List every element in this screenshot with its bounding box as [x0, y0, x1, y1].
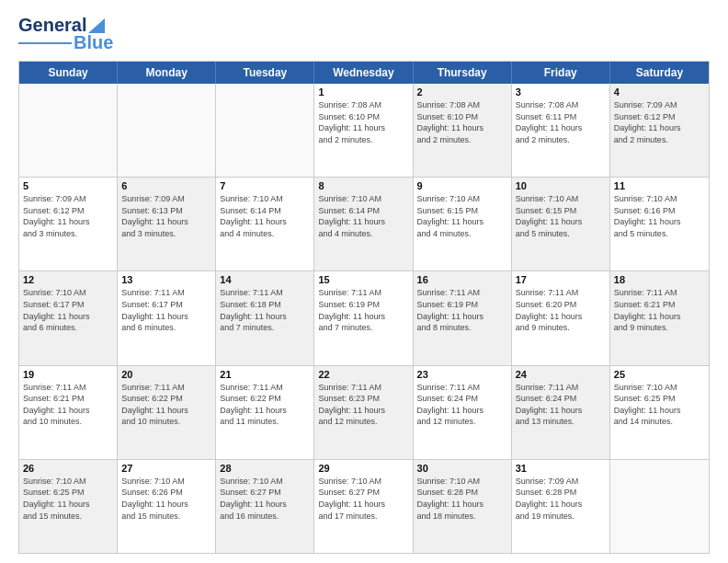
calendar-cell-day-22: 22Sunrise: 7:11 AMSunset: 6:23 PMDayligh… [314, 366, 413, 459]
header-day-wednesday: Wednesday [314, 62, 413, 84]
day-number: 15 [318, 274, 408, 285]
calendar-row-4: 19Sunrise: 7:11 AMSunset: 6:21 PMDayligh… [19, 365, 709, 459]
cell-info: Sunrise: 7:10 AMSunset: 6:14 PMDaylight:… [220, 193, 310, 239]
cell-info: Sunrise: 7:09 AMSunset: 6:12 PMDaylight:… [614, 99, 705, 145]
cell-info-line: Daylight: 11 hours [318, 311, 408, 323]
cell-info-line: Sunrise: 7:10 AM [23, 476, 113, 488]
cell-info-line: and 16 minutes. [220, 511, 310, 523]
cell-info-line: Daylight: 11 hours [318, 122, 408, 134]
calendar-cell-day-6: 6Sunrise: 7:09 AMSunset: 6:13 PMDaylight… [118, 178, 216, 270]
logo-blue: Blue [74, 32, 113, 53]
cell-info-line: Sunset: 6:26 PM [121, 487, 211, 499]
cell-info-line: Daylight: 11 hours [614, 216, 705, 228]
day-number: 7 [220, 180, 310, 191]
calendar-cell-day-11: 11Sunrise: 7:10 AMSunset: 6:16 PMDayligh… [610, 178, 709, 270]
logo: General Blue [18, 15, 113, 53]
cell-info-line: Daylight: 11 hours [516, 499, 606, 511]
day-number: 18 [614, 274, 705, 285]
header-day-monday: Monday [118, 62, 216, 84]
cell-info-line: Sunrise: 7:10 AM [516, 193, 606, 205]
cell-info-line: Sunset: 6:16 PM [614, 205, 705, 217]
cell-info-line: Sunset: 6:21 PM [614, 299, 705, 311]
cell-info-line: and 5 minutes. [614, 228, 705, 240]
calendar-cell-day-5: 5Sunrise: 7:09 AMSunset: 6:12 PMDaylight… [19, 178, 118, 270]
cell-info-line: Sunset: 6:11 PM [516, 111, 606, 123]
cell-info-line: Daylight: 11 hours [220, 405, 310, 417]
cell-info-line: Sunrise: 7:10 AM [318, 193, 408, 205]
calendar-cell-empty [216, 84, 314, 177]
cell-info-line: and 17 minutes. [318, 511, 408, 523]
day-number: 28 [220, 463, 310, 474]
cell-info-line: Daylight: 11 hours [614, 311, 705, 323]
cell-info-line: and 4 minutes. [417, 228, 507, 240]
cell-info-line: and 2 minutes. [318, 134, 408, 146]
calendar-cell-day-10: 10Sunrise: 7:10 AMSunset: 6:15 PMDayligh… [512, 178, 610, 270]
calendar-cell-day-25: 25Sunrise: 7:10 AMSunset: 6:25 PMDayligh… [610, 366, 709, 459]
cell-info-line: and 15 minutes. [23, 511, 113, 523]
cell-info: Sunrise: 7:11 AMSunset: 6:23 PMDaylight:… [318, 382, 408, 428]
cell-info-line: Sunrise: 7:10 AM [614, 382, 705, 394]
day-number: 2 [417, 86, 507, 98]
cell-info-line: Sunrise: 7:08 AM [417, 99, 507, 111]
cell-info-line: and 14 minutes. [614, 416, 705, 428]
header-day-friday: Friday [512, 62, 610, 84]
logo-triangle-icon [88, 15, 105, 33]
cell-info-line: Daylight: 11 hours [417, 311, 507, 323]
cell-info-line: and 18 minutes. [417, 511, 507, 523]
cell-info-line: Sunset: 6:10 PM [318, 111, 408, 123]
cell-info: Sunrise: 7:11 AMSunset: 6:20 PMDaylight:… [516, 287, 606, 333]
calendar-cell-day-27: 27Sunrise: 7:10 AMSunset: 6:26 PMDayligh… [118, 460, 216, 553]
cell-info-line: Daylight: 11 hours [417, 216, 507, 228]
day-number: 30 [417, 463, 507, 474]
cell-info-line: Sunset: 6:14 PM [318, 205, 408, 217]
calendar-cell-day-4: 4Sunrise: 7:09 AMSunset: 6:12 PMDaylight… [610, 84, 709, 177]
calendar-cell-day-18: 18Sunrise: 7:11 AMSunset: 6:21 PMDayligh… [610, 271, 709, 364]
cell-info-line: Sunset: 6:19 PM [417, 299, 507, 311]
cell-info-line: Sunrise: 7:11 AM [516, 287, 606, 299]
cell-info-line: Daylight: 11 hours [121, 499, 211, 511]
calendar-body: 1Sunrise: 7:08 AMSunset: 6:10 PMDaylight… [19, 84, 709, 553]
day-number: 6 [121, 180, 211, 191]
calendar-cell-day-7: 7Sunrise: 7:10 AMSunset: 6:14 PMDaylight… [216, 178, 314, 270]
day-number: 21 [220, 369, 310, 380]
cell-info-line: Daylight: 11 hours [23, 311, 113, 323]
cell-info-line: Daylight: 11 hours [417, 405, 507, 417]
cell-info-line: and 19 minutes. [516, 511, 606, 523]
cell-info-line: Sunrise: 7:09 AM [516, 476, 606, 488]
cell-info-line: Daylight: 11 hours [516, 122, 606, 134]
cell-info-line: Daylight: 11 hours [23, 216, 113, 228]
cell-info: Sunrise: 7:08 AMSunset: 6:10 PMDaylight:… [417, 99, 507, 145]
cell-info-line: Sunset: 6:17 PM [121, 299, 211, 311]
cell-info-line: Sunrise: 7:11 AM [220, 287, 310, 299]
day-number: 31 [516, 463, 606, 474]
cell-info-line: and 9 minutes. [516, 322, 606, 334]
calendar-cell-day-12: 12Sunrise: 7:10 AMSunset: 6:17 PMDayligh… [19, 271, 118, 364]
day-number: 9 [417, 180, 507, 191]
cell-info-line: Sunset: 6:10 PM [417, 111, 507, 123]
calendar-cell-day-26: 26Sunrise: 7:10 AMSunset: 6:25 PMDayligh… [19, 460, 118, 553]
calendar-cell-day-8: 8Sunrise: 7:10 AMSunset: 6:14 PMDaylight… [314, 178, 413, 270]
cell-info-line: Sunrise: 7:11 AM [417, 382, 507, 394]
cell-info: Sunrise: 7:10 AMSunset: 6:14 PMDaylight:… [318, 193, 408, 239]
calendar-cell-day-14: 14Sunrise: 7:11 AMSunset: 6:18 PMDayligh… [216, 271, 314, 364]
header-day-thursday: Thursday [414, 62, 512, 84]
cell-info-line: Sunset: 6:17 PM [23, 299, 113, 311]
cell-info-line: Daylight: 11 hours [417, 122, 507, 134]
cell-info-line: and 3 minutes. [121, 228, 211, 240]
cell-info-line: Sunset: 6:27 PM [318, 487, 408, 499]
cell-info-line: Sunrise: 7:11 AM [318, 382, 408, 394]
calendar-row-3: 12Sunrise: 7:10 AMSunset: 6:17 PMDayligh… [19, 270, 709, 364]
header-day-sunday: Sunday [19, 62, 118, 84]
cell-info-line: Daylight: 11 hours [121, 311, 211, 323]
calendar-cell-day-24: 24Sunrise: 7:11 AMSunset: 6:24 PMDayligh… [512, 366, 610, 459]
calendar-cell-day-21: 21Sunrise: 7:11 AMSunset: 6:22 PMDayligh… [216, 366, 314, 459]
cell-info-line: Sunset: 6:19 PM [318, 299, 408, 311]
cell-info-line: and 6 minutes. [23, 322, 113, 334]
cell-info: Sunrise: 7:11 AMSunset: 6:22 PMDaylight:… [220, 382, 310, 428]
cell-info-line: Sunrise: 7:08 AM [516, 99, 606, 111]
cell-info-line: and 5 minutes. [516, 228, 606, 240]
cell-info: Sunrise: 7:11 AMSunset: 6:21 PMDaylight:… [614, 287, 705, 333]
day-number: 20 [121, 369, 211, 380]
cell-info-line: and 12 minutes. [318, 416, 408, 428]
cell-info-line: Sunset: 6:28 PM [516, 487, 606, 499]
